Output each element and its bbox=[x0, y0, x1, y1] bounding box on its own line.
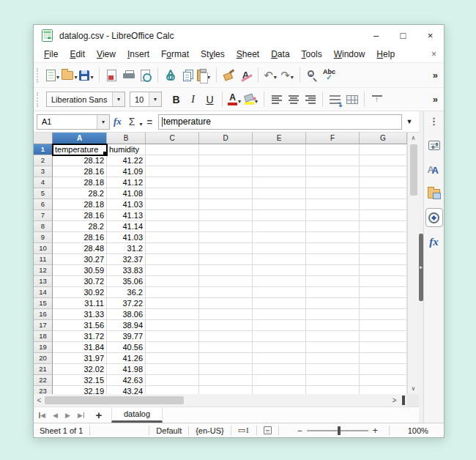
cell-D15[interactable] bbox=[199, 298, 253, 309]
row-header-22[interactable]: 22 bbox=[34, 375, 53, 386]
cell-C4[interactable] bbox=[146, 177, 199, 188]
paste-button[interactable]: ▾ bbox=[196, 66, 212, 85]
cell-D22[interactable] bbox=[199, 375, 253, 386]
cell-C7[interactable] bbox=[146, 210, 199, 221]
cell-E12[interactable] bbox=[253, 265, 306, 276]
menu-window[interactable]: Window bbox=[328, 48, 371, 61]
cell-F23[interactable] bbox=[306, 386, 360, 394]
cell-D1[interactable] bbox=[199, 144, 253, 155]
cell-B11[interactable]: 32.37 bbox=[107, 254, 146, 265]
cell-B12[interactable]: 33.83 bbox=[107, 265, 146, 276]
cell-F5[interactable] bbox=[306, 188, 360, 199]
row-header-11[interactable]: 11 bbox=[34, 254, 53, 265]
horizontal-scrollbar[interactable]: < > bbox=[34, 394, 407, 407]
cell-A15[interactable]: 31.11 bbox=[53, 298, 107, 309]
print-button[interactable] bbox=[120, 66, 137, 85]
formula-button[interactable]: = bbox=[147, 116, 153, 127]
cell-E6[interactable] bbox=[253, 199, 306, 210]
cell-A13[interactable]: 30.72 bbox=[53, 276, 107, 287]
cell-F13[interactable] bbox=[306, 276, 360, 287]
align-center-button[interactable] bbox=[285, 90, 302, 109]
cell-A4[interactable]: 28.18 bbox=[53, 177, 107, 188]
sidebar-functions-button[interactable]: fx bbox=[425, 232, 443, 251]
redo-dropdown-arrow[interactable]: ▾ bbox=[291, 74, 294, 81]
row-header-20[interactable]: 20 bbox=[34, 353, 53, 364]
vertical-scrollbar[interactable]: ∧ ∨ bbox=[407, 133, 419, 394]
cell-D8[interactable] bbox=[199, 221, 253, 232]
cell-F17[interactable] bbox=[306, 320, 360, 331]
cell-A17[interactable]: 31.56 bbox=[53, 320, 107, 331]
cell-F6[interactable] bbox=[306, 199, 360, 210]
zoom-in-button[interactable]: + bbox=[368, 426, 382, 436]
cell-G11[interactable] bbox=[360, 254, 407, 265]
cell-E15[interactable] bbox=[253, 298, 306, 309]
cell-D23[interactable] bbox=[199, 386, 253, 394]
cell-G21[interactable] bbox=[360, 364, 407, 375]
copy-button[interactable] bbox=[179, 66, 196, 85]
cell-A16[interactable]: 31.33 bbox=[53, 309, 107, 320]
expand-formula-bar-button[interactable]: ▼ bbox=[402, 114, 417, 130]
row-header-3[interactable]: 3 bbox=[34, 166, 53, 177]
cell-G6[interactable] bbox=[360, 199, 407, 210]
row-header-14[interactable]: 14 bbox=[34, 287, 53, 298]
cell-E19[interactable] bbox=[253, 342, 306, 353]
cell-G23[interactable] bbox=[360, 386, 407, 394]
cell-C18[interactable] bbox=[146, 331, 199, 342]
cell-A5[interactable]: 28.2 bbox=[53, 188, 107, 199]
menu-tools[interactable]: Tools bbox=[296, 48, 328, 61]
sheet-tab-datalog[interactable]: datalog bbox=[111, 407, 163, 423]
cell-B18[interactable]: 39.77 bbox=[107, 331, 146, 342]
highlight-color-button[interactable]: ▾ bbox=[243, 90, 260, 109]
cell-G8[interactable] bbox=[360, 221, 407, 232]
find-replace-button[interactable]: a bbox=[304, 66, 321, 85]
align-left-button[interactable] bbox=[268, 90, 285, 109]
cell-F19[interactable] bbox=[306, 342, 360, 353]
cell-C22[interactable] bbox=[146, 375, 199, 386]
cell-G13[interactable] bbox=[360, 276, 407, 287]
cell-C6[interactable] bbox=[146, 199, 199, 210]
cell-E9[interactable] bbox=[253, 232, 306, 243]
row-header-19[interactable]: 19 bbox=[34, 342, 53, 353]
wrap-text-button[interactable] bbox=[327, 90, 343, 109]
row-header-4[interactable]: 4 bbox=[34, 177, 53, 188]
cell-C23[interactable] bbox=[146, 386, 199, 394]
cell-E22[interactable] bbox=[253, 375, 306, 386]
new-document-button[interactable]: ▾ bbox=[45, 66, 62, 85]
zoom-slider[interactable] bbox=[307, 430, 368, 431]
redo-button[interactable]: ↷▾ bbox=[279, 66, 296, 85]
cell-G3[interactable] bbox=[360, 166, 407, 177]
cell-A8[interactable]: 28.2 bbox=[53, 221, 107, 232]
cell-A18[interactable]: 31.72 bbox=[53, 331, 107, 342]
cell-B8[interactable]: 41.14 bbox=[107, 221, 146, 232]
row-header-13[interactable]: 13 bbox=[34, 276, 53, 287]
cell-B7[interactable]: 41.13 bbox=[107, 210, 146, 221]
merge-cells-button[interactable] bbox=[343, 90, 360, 109]
cell-C20[interactable] bbox=[146, 353, 199, 364]
scroll-left-arrow[interactable]: < bbox=[34, 394, 45, 407]
cell-C17[interactable] bbox=[146, 320, 199, 331]
zoom-out-button[interactable]: − bbox=[293, 426, 307, 436]
name-box-dropdown-arrow[interactable]: ▾ bbox=[97, 115, 109, 129]
sidebar-settings-icon[interactable]: ⋮ bbox=[429, 111, 439, 130]
cell-B19[interactable]: 40.56 bbox=[107, 342, 146, 353]
cell-A2[interactable]: 28.12 bbox=[53, 155, 107, 166]
save-button[interactable]: ▾ bbox=[78, 66, 95, 85]
name-box[interactable]: A1 ▾ bbox=[37, 114, 110, 130]
cell-A6[interactable]: 28.18 bbox=[53, 199, 107, 210]
cell-E13[interactable] bbox=[253, 276, 306, 287]
cell-F15[interactable] bbox=[306, 298, 360, 309]
bold-button[interactable]: B bbox=[168, 90, 185, 109]
export-pdf-button[interactable] bbox=[103, 66, 120, 85]
row-header-16[interactable]: 16 bbox=[34, 309, 53, 320]
cell-F12[interactable] bbox=[306, 265, 360, 276]
next-sheet-button[interactable]: ▶ bbox=[62, 409, 74, 422]
cell-B1[interactable]: humidity bbox=[107, 144, 146, 155]
cell-E5[interactable] bbox=[253, 188, 306, 199]
cell-E23[interactable] bbox=[253, 386, 306, 394]
cell-E14[interactable] bbox=[253, 287, 306, 298]
column-header-G[interactable]: G bbox=[360, 133, 407, 144]
cell-D3[interactable] bbox=[199, 166, 253, 177]
column-header-D[interactable]: D bbox=[199, 133, 253, 144]
column-header-C[interactable]: C bbox=[146, 133, 199, 144]
cell-F21[interactable] bbox=[306, 364, 360, 375]
